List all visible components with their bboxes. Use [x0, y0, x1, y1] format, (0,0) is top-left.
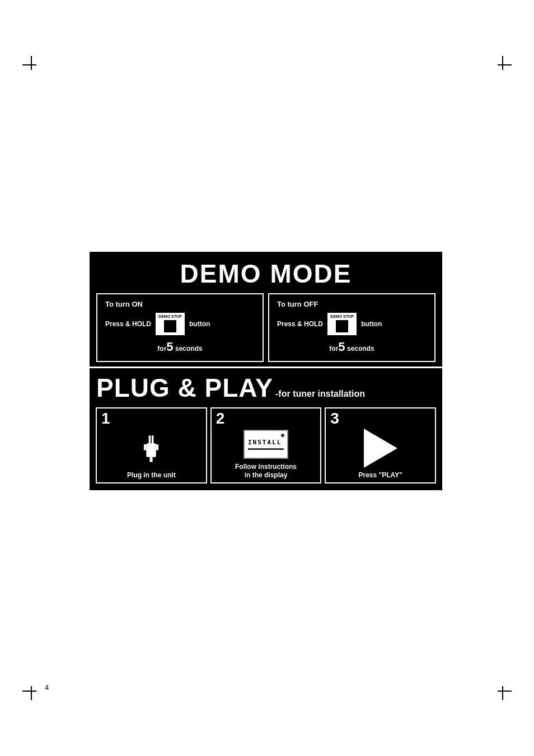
demo-on-button-row: Press & HOLD DEMO STOP button [105, 313, 255, 335]
play-triangle-icon [364, 429, 397, 468]
crop-mark-tr-v [502, 56, 503, 70]
step-1-icon [132, 429, 171, 468]
step-3: 3 Press "PLAY" [325, 407, 436, 483]
step-3-label: Press "PLAY" [359, 471, 402, 480]
demo-off-button-text: button [361, 320, 382, 328]
crop-mark-br-v [502, 686, 503, 700]
svg-rect-5 [156, 444, 158, 450]
crop-mark-tl-v [31, 56, 32, 70]
demo-stop-button-on[interactable]: DEMO STOP [156, 313, 185, 335]
svg-rect-4 [144, 444, 146, 450]
demo-on-for-seconds: for5 seconds [105, 340, 255, 354]
plug-play-main-title: PLUG & PLAY [96, 373, 273, 403]
crop-mark-bl-v [31, 686, 32, 700]
step-1-label: Plug in the unit [127, 471, 176, 480]
crop-mark-tl-h [22, 64, 36, 65]
svg-rect-3 [150, 457, 153, 462]
demo-mode-box: DEMO MODE To turn ON Press & HOLD DEMO S… [90, 252, 442, 367]
svg-rect-0 [147, 444, 157, 458]
step-2: 2 INSTALL Follow instructions in the dis… [210, 407, 322, 483]
demo-stop-square-off [336, 320, 348, 332]
crop-mark-br-h [498, 691, 512, 692]
demo-on-label: To turn ON [105, 300, 255, 308]
demo-off-label: To turn OFF [277, 300, 427, 308]
step-1-number: 1 [101, 411, 110, 426]
display-install-text: INSTALL [248, 439, 282, 446]
display-dot [281, 434, 284, 437]
demo-off-column: To turn OFF Press & HOLD DEMO STOP butto… [268, 293, 435, 362]
svg-rect-1 [149, 436, 151, 445]
demo-stop-label-on: DEMO STOP [158, 314, 182, 319]
step-2-icon: INSTALL [243, 429, 288, 459]
step-3-icon [364, 429, 397, 468]
demo-off-press-hold: Press & HOLD [277, 320, 323, 328]
demo-off-button-row: Press & HOLD DEMO STOP button [277, 313, 427, 335]
plug-play-box: PLUG & PLAY -for tuner installation 1 [90, 367, 442, 490]
demo-stop-button-off[interactable]: DEMO STOP [327, 313, 357, 335]
step-2-label: Follow instructions in the display [235, 463, 297, 480]
content-area: DEMO MODE To turn ON Press & HOLD DEMO S… [90, 252, 442, 490]
demo-stop-label-off: DEMO STOP [330, 314, 354, 319]
demo-on-column: To turn ON Press & HOLD DEMO STOP button… [96, 293, 264, 362]
page-number: 4 [45, 683, 49, 692]
demo-mode-title: DEMO MODE [90, 252, 442, 293]
step-3-number: 3 [330, 411, 339, 426]
plug-icon [132, 429, 171, 468]
step-1: 1 [96, 407, 207, 483]
step-2-number: 2 [216, 411, 225, 426]
plug-play-subtitle: -for tuner installation [275, 389, 365, 399]
demo-on-press-hold: Press & HOLD [105, 320, 151, 328]
display-bar [248, 448, 284, 450]
plug-play-title-row: PLUG & PLAY -for tuner installation [90, 368, 442, 405]
crop-mark-bl-h [22, 691, 36, 692]
demo-on-button-text: button [189, 320, 210, 328]
demo-off-for-seconds: for5 seconds [277, 340, 427, 354]
svg-rect-2 [152, 436, 154, 445]
crop-mark-tr-h [498, 64, 512, 65]
display-box: INSTALL [243, 430, 288, 459]
demo-stop-square-on [164, 320, 176, 332]
demo-mode-columns: To turn ON Press & HOLD DEMO STOP button… [90, 293, 442, 367]
plug-play-steps: 1 [90, 405, 442, 490]
